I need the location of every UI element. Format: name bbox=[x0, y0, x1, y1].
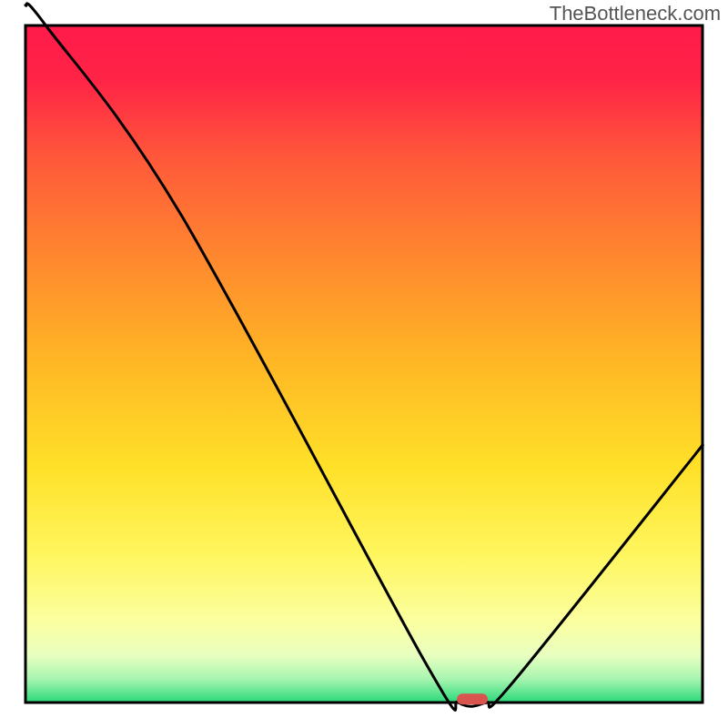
watermark-text: TheBottleneck.com bbox=[550, 2, 721, 25]
chart-container: TheBottleneck.com bbox=[0, 0, 728, 728]
optimal-marker bbox=[457, 693, 488, 704]
plot-background bbox=[25, 25, 703, 703]
bottleneck-chart bbox=[0, 0, 728, 728]
